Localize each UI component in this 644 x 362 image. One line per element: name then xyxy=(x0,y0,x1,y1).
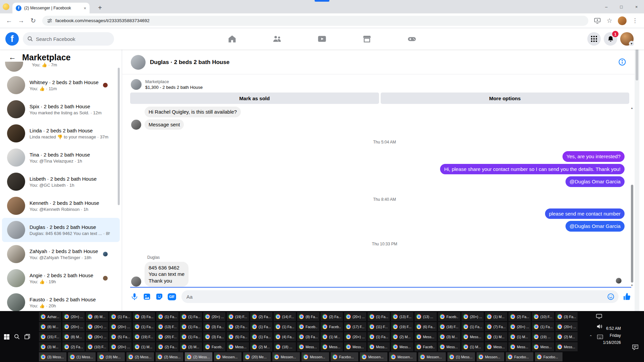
browser-profile-avatar[interactable] xyxy=(618,16,627,25)
task-view-icon[interactable] xyxy=(24,334,30,340)
taskbar-window-button[interactable]: (19) ... xyxy=(532,332,554,341)
taskbar-window-button[interactable]: Mess... xyxy=(415,332,437,341)
taskbar-window-button[interactable]: (18) F... xyxy=(438,322,460,331)
taskbar-window-button[interactable]: (2) M... xyxy=(391,332,413,341)
taskbar-window-button[interactable]: (20+) ... xyxy=(555,322,578,331)
chat-title[interactable]: Duglas · 2 beds 2 bath House xyxy=(150,59,229,66)
marketplace-tab[interactable] xyxy=(362,34,372,44)
taskbar-window-button[interactable]: Mess... xyxy=(344,342,366,351)
taskbar-window-button[interactable]: Mess... xyxy=(321,342,343,351)
taskbar-window-button[interactable]: (1) Fa... xyxy=(462,322,484,331)
message-input[interactable] xyxy=(186,294,607,300)
taskbar-window-button[interactable]: (2) Fa... xyxy=(250,312,272,321)
taskbar-window-button[interactable]: (20+) ... xyxy=(203,312,225,321)
taskbar-window-button[interactable]: Messen... xyxy=(302,352,329,361)
taskbar-window-button[interactable]: Messen... xyxy=(477,352,504,361)
facebook-logo[interactable]: f xyxy=(5,32,19,46)
conversation-item[interactable]: Kenneth · 2 beds 2 bath House You: @Kenn… xyxy=(2,194,120,218)
chat-avatar[interactable] xyxy=(131,55,146,70)
taskbar-window-button[interactable]: (20+) ... xyxy=(86,322,108,331)
taskbar-window-button[interactable]: (2) Fa... xyxy=(156,342,178,351)
conversation-item[interactable]: Spix · 2 beds 2 bath House You marked th… xyxy=(2,97,120,121)
taskbar-window-button[interactable]: (1) Fa... xyxy=(250,332,272,341)
facebook-search[interactable] xyxy=(23,32,114,46)
bookmark-star-icon[interactable]: ☆ xyxy=(604,15,615,26)
taskbar-window-button[interactable]: (3) M... xyxy=(438,332,460,341)
taskbar-window-button[interactable]: (1) M... xyxy=(321,332,343,341)
taskbar-window-button[interactable]: (2) Fa... xyxy=(227,322,249,331)
taskbar-window-button[interactable]: (7) Fa... xyxy=(485,322,507,331)
taskbar-window-button[interactable]: (1) M... xyxy=(508,332,531,341)
mark-as-sold-button[interactable]: Mark as sold xyxy=(130,93,379,104)
conversation-item[interactable]: Duglas · 2 beds 2 bath House Duglas: 845… xyxy=(2,218,120,242)
taskbar-window-button[interactable]: (3) Mess... xyxy=(39,352,66,361)
taskbar-window-button[interactable]: (11) F... xyxy=(368,322,390,331)
taskbar-window-button[interactable]: (13) F... xyxy=(391,312,413,321)
url-text[interactable] xyxy=(55,18,584,23)
like-icon[interactable] xyxy=(623,292,631,301)
taskbar-window-button[interactable]: Mess... xyxy=(438,342,460,351)
taskbar-window-button[interactable]: (1) M... xyxy=(133,342,155,351)
taskbar-window-button[interactable]: (20+) ... xyxy=(109,342,131,351)
taskbar-window-button[interactable]: (19) F... xyxy=(227,312,249,321)
window-maximize-button[interactable]: □ xyxy=(614,0,629,13)
taskbar-window-button[interactable]: (5) Fa... xyxy=(109,332,131,341)
taskbar-window-button[interactable]: (19) F... xyxy=(391,322,413,331)
taskbar-window-button[interactable]: (20+) ... xyxy=(109,322,131,331)
taskbar-window-button[interactable]: (8) Fa... xyxy=(297,312,319,321)
taskbar-window-button[interactable]: (1) Fa... xyxy=(180,322,202,331)
taskbar-window-button[interactable]: Mess... xyxy=(532,342,554,351)
taskbar-window-button[interactable]: (1) Fa... xyxy=(274,322,296,331)
conversation-info-icon[interactable] xyxy=(618,58,626,66)
taskbar-window-button[interactable]: Faceb... xyxy=(415,342,437,351)
tray-keyboard-icon[interactable] xyxy=(597,335,603,341)
taskbar-window-button[interactable]: (1) Fa... xyxy=(180,332,202,341)
taskbar-window-button[interactable]: (1) Fa... xyxy=(368,312,390,321)
reload-button[interactable]: ↻ xyxy=(28,15,39,26)
conversation-item-partial[interactable]: You: 👍 · 7m xyxy=(0,62,122,73)
taskbar-window-button[interactable]: (13) F... xyxy=(156,322,178,331)
more-options-button[interactable]: More options xyxy=(381,93,630,104)
browser-tab-messenger[interactable]: f (2) Messenger | Facebook × xyxy=(12,3,90,13)
scroll-up-arrow[interactable]: ▲ xyxy=(631,107,633,110)
taskbar-window-button[interactable]: (10) F... xyxy=(86,342,108,351)
taskbar-window-button[interactable]: (19) Me... xyxy=(97,352,125,361)
taskbar-window-button[interactable]: (1) Fa... xyxy=(532,322,554,331)
page-scrollbar[interactable] xyxy=(635,28,639,311)
back-arrow-icon[interactable]: ← xyxy=(9,53,16,62)
taskbar-window-button[interactable]: (5) Fa... xyxy=(227,332,249,341)
taskbar-window-button[interactable]: (3) M... xyxy=(180,342,202,351)
apps-menu-button[interactable] xyxy=(587,32,601,46)
profile-avatar[interactable]: ▼ xyxy=(620,32,634,46)
taskbar-window-button[interactable]: Messen... xyxy=(360,352,387,361)
taskbar-window-button[interactable]: (1) M... xyxy=(462,342,484,351)
taskbar-window-button[interactable]: (20+) ... xyxy=(508,322,531,331)
taskbar-window-button[interactable]: (2) Fa... xyxy=(62,342,85,351)
taskbar-window-button[interactable]: (8) M... xyxy=(62,332,85,341)
taskbar-window-button[interactable]: (20+) ... xyxy=(86,332,108,341)
attach-image-icon[interactable] xyxy=(143,293,151,301)
tab-close-icon[interactable]: × xyxy=(84,6,86,11)
taskbar-window-button[interactable]: Azhar... xyxy=(39,312,61,321)
taskbar-window-button[interactable]: Mess... xyxy=(391,342,413,351)
taskbar-window-button[interactable]: (14) F... xyxy=(274,312,296,321)
gaming-tab[interactable] xyxy=(407,34,417,44)
scroll-down-arrow[interactable]: ▼ xyxy=(631,284,633,287)
taskbar-window-button[interactable]: (13) ... xyxy=(415,312,437,321)
action-center-icon[interactable] xyxy=(632,344,639,352)
taskbar-window-button[interactable]: (20) F... xyxy=(156,332,178,341)
taskbar-window-button[interactable]: (17) F... xyxy=(344,322,366,331)
taskbar-window-button[interactable]: (1) M... xyxy=(485,312,507,321)
taskbar-window-button[interactable]: Mess... xyxy=(368,342,390,351)
site-info-icon[interactable] xyxy=(47,18,52,23)
voice-clip-icon[interactable] xyxy=(130,293,139,301)
taskbar-search-icon[interactable] xyxy=(14,334,20,340)
taskbar-window-button[interactable]: (1) Fa... xyxy=(156,312,178,321)
taskbar-window-button[interactable]: (3) M... xyxy=(39,342,61,351)
install-app-icon[interactable] xyxy=(592,15,603,26)
conversation-item[interactable]: Angie · 2 beds 2 bath House You: 👍 · 19h xyxy=(2,266,120,290)
browser-menu-icon[interactable]: ⋮ xyxy=(629,15,641,26)
taskbar-window-button[interactable]: (3) Fa... xyxy=(555,312,578,321)
taskbar-window-button[interactable]: Faceb... xyxy=(321,322,343,331)
friends-tab[interactable] xyxy=(272,34,282,44)
